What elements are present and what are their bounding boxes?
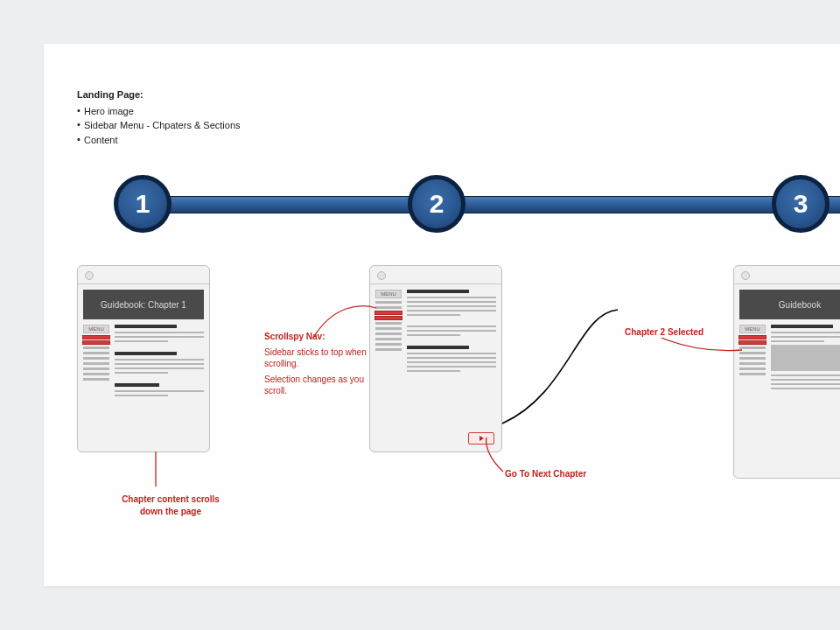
browser-chrome (78, 266, 209, 284)
content-area (115, 325, 204, 399)
intro-block: Landing Page: Hero image Sidebar Menu - … (77, 88, 241, 147)
intro-list: Hero image Sidebar Menu - Chpaters & Sec… (77, 104, 241, 148)
browser-chrome (370, 266, 501, 284)
menu-label: MENU (739, 325, 766, 333)
browser-chrome (734, 266, 840, 284)
menu-label: MENU (83, 325, 109, 333)
step-badge-2: 2 (408, 175, 466, 233)
annotation-scroll-down: Chapter content scrolls down the page (114, 494, 228, 517)
intro-item: Sidebar Menu - Chpaters & Sections (77, 118, 241, 133)
sidebar-menu: MENU (739, 325, 766, 392)
menu-label: MENU (375, 290, 402, 298)
step-badge-1: 1 (114, 175, 172, 233)
hero-banner: Guidebook (739, 290, 840, 319)
content-area (407, 290, 496, 374)
content-area (771, 325, 840, 392)
hero-banner: Guidebook: Chapter 1 (83, 290, 204, 319)
intro-item: Hero image (77, 104, 241, 119)
step-badge-3: 3 (772, 175, 830, 233)
wireframe-step-3: Guidebook MENU (733, 265, 840, 479)
sidebar-menu-sticky: MENU (375, 290, 402, 374)
intro-title: Landing Page: (77, 88, 241, 102)
next-chapter-button[interactable] (468, 432, 494, 444)
sidebar-item-selected (83, 336, 109, 339)
annotation-chapter-2-selected: Chapter 2 Selected (625, 326, 704, 339)
wireframe-step-1: Guidebook: Chapter 1 MENU (77, 265, 210, 452)
annotation-scrollspy: Scrollspy Nav: Sidebar sticks to top whe… (264, 331, 369, 397)
timeline-bar (140, 196, 840, 214)
wireframe-step-2: MENU (369, 265, 502, 452)
sidebar-item-selected (739, 336, 766, 339)
diagram-canvas: Landing Page: Hero image Sidebar Menu - … (44, 44, 840, 586)
content-image-placeholder (771, 345, 840, 371)
sidebar-menu: MENU (83, 325, 109, 399)
annotation-next-chapter: Go To Next Chapter (505, 468, 586, 480)
intro-item: Content (77, 133, 241, 148)
sidebar-item-selected (375, 312, 402, 314)
